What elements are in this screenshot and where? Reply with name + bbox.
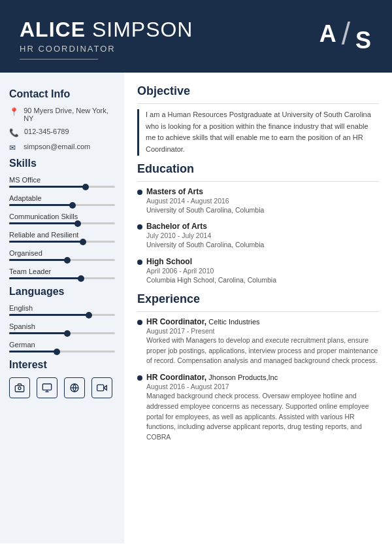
camera-icon bbox=[9, 377, 30, 398]
language-name: Spanish bbox=[9, 322, 115, 330]
skill-bar bbox=[9, 259, 115, 261]
edu-dates: April 2006 - April 2010 bbox=[146, 267, 379, 275]
skills-list: MS Office Adaptable Communication Skills… bbox=[9, 176, 115, 279]
body: Contact Info 📍 90 Myers Drive, New York,… bbox=[0, 73, 392, 543]
languages-list: English Spanish German bbox=[9, 304, 115, 352]
education-item: Masters of Arts August 2014 - August 201… bbox=[137, 187, 379, 216]
experience-divider bbox=[137, 311, 379, 312]
language-fill bbox=[9, 314, 89, 316]
header-left: ALICE SIMPSON HR COORDINATOR bbox=[20, 18, 193, 60]
skill-dot bbox=[64, 257, 71, 264]
skill-bar bbox=[9, 186, 115, 188]
interest-icons bbox=[9, 377, 115, 398]
skill-bar bbox=[9, 241, 115, 243]
person-icon bbox=[37, 377, 57, 398]
last-name: SIMPSON bbox=[92, 18, 193, 41]
language-fill bbox=[9, 351, 57, 352]
language-bar bbox=[9, 314, 115, 316]
exp-title: HR Coordinator, Jhonson Products,Inc bbox=[146, 373, 379, 382]
address-text: 90 Myers Drive, New York, NY bbox=[24, 107, 115, 122]
exp-desc: Managed background check process. Oversa… bbox=[146, 391, 379, 443]
monogram-slash: / bbox=[342, 18, 351, 50]
language-name: German bbox=[9, 341, 115, 349]
language-fill bbox=[9, 332, 67, 334]
edu-school: University of South Carolina, Columbia bbox=[146, 240, 379, 250]
video-icon bbox=[91, 377, 112, 398]
education-item: Bachelor of Arts July 2010 - July 2014 U… bbox=[137, 222, 379, 250]
skill-item: Organised bbox=[9, 249, 115, 261]
svg-point-1 bbox=[18, 387, 21, 390]
objective-title: Objective bbox=[137, 84, 379, 98]
language-dot bbox=[54, 349, 60, 355]
email-icon: ✉ bbox=[9, 143, 18, 152]
language-item: Spanish bbox=[9, 322, 115, 334]
skill-item: Communication Skills bbox=[9, 213, 115, 224]
skill-name: MS Office bbox=[9, 176, 115, 184]
skill-name: Reliable and Resilient bbox=[9, 231, 115, 239]
exp-dates: August 2017 - Present bbox=[146, 327, 379, 335]
objective-text: I am a Human Resources Postgraduate at U… bbox=[137, 109, 379, 155]
skill-fill bbox=[9, 277, 81, 279]
language-bar bbox=[9, 351, 115, 352]
edu-degree: Bachelor of Arts bbox=[146, 222, 379, 231]
skill-dot bbox=[74, 220, 81, 227]
edu-school: University of South Carolina, Columbia bbox=[146, 205, 379, 216]
language-dot bbox=[64, 330, 71, 337]
skill-dot bbox=[78, 275, 84, 282]
experience-item: HR Coordinator, Jhonson Products,Inc Aug… bbox=[137, 373, 379, 443]
experience-list: HR Coordinator, Celtic Industries August… bbox=[137, 317, 379, 443]
phone-text: 012-345-6789 bbox=[24, 128, 69, 135]
skill-bar bbox=[9, 204, 115, 206]
contact-address: 📍 90 Myers Drive, New York, NY bbox=[9, 107, 115, 122]
edu-school: Columbia High School, Carolina, Columbia bbox=[146, 275, 379, 286]
education-list: Masters of Arts August 2014 - August 201… bbox=[137, 187, 379, 286]
location-icon: 📍 bbox=[9, 107, 18, 116]
languages-title: Languages bbox=[9, 286, 115, 298]
contact-title: Contact Info bbox=[9, 88, 115, 100]
svg-rect-2 bbox=[42, 384, 51, 390]
skill-name: Communication Skills bbox=[9, 213, 115, 220]
exp-desc: Worked with Managers to develop and exec… bbox=[146, 335, 379, 366]
phone-icon: 📞 bbox=[9, 128, 19, 137]
interest-title: Interest bbox=[9, 359, 115, 371]
skill-fill bbox=[9, 204, 73, 206]
edu-degree: Masters of Arts bbox=[146, 187, 379, 196]
skill-name: Organised bbox=[9, 249, 115, 257]
experience-item: HR Coordinator, Celtic Industries August… bbox=[137, 317, 379, 366]
objective-divider bbox=[137, 103, 379, 104]
skill-fill bbox=[9, 186, 86, 188]
contact-phone: 📞 012-345-6789 bbox=[9, 128, 115, 137]
skill-bar bbox=[9, 222, 115, 224]
svg-marker-7 bbox=[104, 386, 107, 390]
first-name: ALICE bbox=[20, 18, 86, 41]
email-text: simpson@email.com bbox=[24, 143, 90, 150]
skill-dot bbox=[69, 202, 76, 209]
edu-dates: August 2014 - August 2016 bbox=[146, 197, 379, 205]
edu-dates: July 2010 - July 2014 bbox=[146, 232, 379, 239]
skills-title: Skills bbox=[9, 158, 115, 169]
header-name: ALICE SIMPSON bbox=[20, 18, 193, 41]
skill-bar bbox=[9, 277, 115, 279]
language-item: German bbox=[9, 341, 115, 352]
skill-fill bbox=[9, 222, 78, 224]
exp-company: Celtic Industries bbox=[208, 318, 259, 326]
contact-email: ✉ simpson@email.com bbox=[9, 143, 115, 152]
header: ALICE SIMPSON HR COORDINATOR A / S bbox=[0, 0, 392, 73]
education-item: High School April 2006 - April 2010 Colu… bbox=[137, 257, 379, 286]
skill-fill bbox=[9, 259, 67, 261]
skill-name: Team Leader bbox=[9, 267, 115, 275]
svg-rect-8 bbox=[97, 385, 104, 391]
education-divider bbox=[137, 181, 379, 182]
left-column: Contact Info 📍 90 Myers Drive, New York,… bbox=[0, 73, 124, 543]
language-item: English bbox=[9, 304, 115, 316]
header-monogram: A / S bbox=[319, 18, 372, 50]
skill-item: Reliable and Resilient bbox=[9, 231, 115, 243]
language-name: English bbox=[9, 304, 115, 312]
skill-item: Team Leader bbox=[9, 267, 115, 279]
edu-degree: High School bbox=[146, 257, 379, 266]
exp-dates: August 2016 - August 2017 bbox=[146, 383, 379, 390]
skill-dot bbox=[82, 184, 89, 190]
exp-title: HR Coordinator, Celtic Industries bbox=[146, 317, 379, 326]
skill-item: MS Office bbox=[9, 176, 115, 188]
skill-name: Adaptable bbox=[9, 194, 115, 202]
